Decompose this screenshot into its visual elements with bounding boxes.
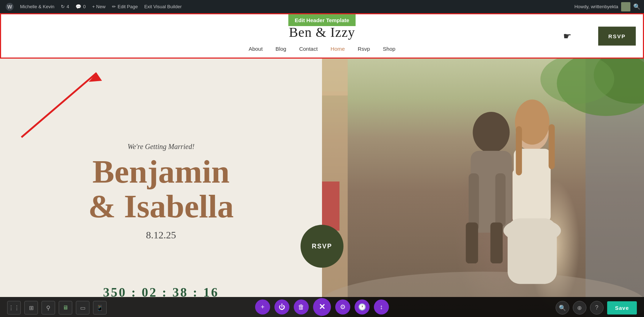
nav-about[interactable]: About (249, 46, 263, 52)
search-right-button[interactable]: 🔍 (556, 301, 569, 314)
site-title: Ben & Izzy (8, 24, 636, 40)
svg-rect-15 (513, 169, 522, 222)
add-module-button[interactable]: + (255, 299, 270, 314)
hero-subtitle: We're Getting Married! (127, 143, 194, 151)
refresh-icon: ↻ (61, 4, 65, 9)
tablet-view-button[interactable]: ▭ (76, 301, 89, 314)
right-toolbar: 🔍 ⊕ ? Save (556, 301, 637, 314)
hero-date: 8.12.25 (146, 229, 176, 241)
grid-layout-button[interactable]: ⊞ (24, 301, 38, 314)
mobile-view-button[interactable]: 📱 (93, 301, 107, 314)
hero-right (322, 59, 644, 317)
hero-names-line1: Benjamin (92, 153, 229, 190)
new-btn[interactable]: + New (90, 0, 108, 13)
bottom-toolbar: ⋮⋮ ⊞ ⚲ 🖥 ▭ 📱 + ⏻ 🗑 ✕ ⚙ 🕐 ↕ 🔍 ⊕ ? Save (0, 297, 644, 317)
svg-rect-16 (535, 171, 543, 221)
hero-names-line2: & Isabella (88, 188, 234, 224)
svg-rect-10 (495, 173, 506, 227)
edit-header-template-button[interactable]: Edit Header Template (288, 14, 356, 26)
arrow-container (0, 59, 122, 144)
rsvp-header-button[interactable]: RSVP (598, 26, 636, 45)
svg-rect-4 (322, 182, 340, 231)
close-button[interactable]: ✕ (313, 298, 331, 316)
avatar (621, 2, 630, 11)
svg-rect-12 (491, 222, 503, 263)
history-button[interactable]: 🕐 (355, 299, 370, 314)
svg-point-7 (473, 112, 509, 153)
admin-bar-right: Howdy, writtenbyekta 🔍 (574, 2, 640, 11)
save-button[interactable]: Save (607, 301, 637, 314)
pencil-icon: ✏ (112, 4, 116, 9)
edit-page-btn[interactable]: ✏ Edit Page (110, 0, 140, 13)
comment-icon: 💬 (75, 4, 81, 9)
nav-shop[interactable]: Shop (383, 46, 395, 52)
settings-button[interactable]: ⚙ (335, 299, 350, 314)
svg-rect-21 (548, 124, 555, 169)
svg-rect-9 (469, 173, 479, 231)
admin-search-icon[interactable]: 🔍 (633, 3, 640, 10)
svg-rect-18 (508, 218, 557, 284)
updates-count: 4 (67, 4, 69, 9)
nav-contact[interactable]: Contact (299, 46, 318, 52)
left-toolbar: ⋮⋮ ⊞ ⚲ 🖥 ▭ 📱 (7, 301, 107, 314)
admin-bar: W Michelle & Kevin ↻ 4 💬 0 + New ✏ Edit … (0, 0, 644, 13)
power-button[interactable]: ⏻ (274, 299, 289, 314)
edit-page-label: Edit Page (118, 4, 138, 9)
help-button[interactable]: ? (590, 301, 604, 314)
site-name: Michelle & Kevin (20, 4, 54, 9)
cursor-icon: ☛ (563, 30, 571, 41)
svg-marker-1 (89, 73, 102, 82)
desktop-view-button[interactable]: 🖥 (59, 301, 72, 314)
page-content: Edit Header Template Ben & Izzy About Bl… (0, 13, 644, 317)
nav-blog[interactable]: Blog (275, 46, 286, 52)
svg-rect-11 (466, 222, 478, 263)
svg-rect-3 (322, 59, 348, 95)
search-toolbar-button[interactable]: ⚲ (42, 301, 55, 314)
delete-button[interactable]: 🗑 (294, 299, 309, 314)
couple-silhouette (322, 59, 644, 317)
menu-dots-button[interactable]: ⋮⋮ (7, 301, 21, 314)
site-navigation: About Blog Contact Home Rsvp Shop (1, 42, 643, 58)
hero-section: We're Getting Married! Benjamin & Isabel… (0, 59, 644, 317)
site-name-btn[interactable]: Michelle & Kevin (18, 0, 57, 13)
exit-builder-btn[interactable]: Exit Visual Builder (142, 0, 184, 13)
wp-logo-btn[interactable]: W (4, 0, 16, 13)
nav-home[interactable]: Home (331, 46, 345, 52)
comments-count: 0 (83, 4, 86, 9)
hero-left: We're Getting Married! Benjamin & Isabel… (0, 59, 322, 317)
svg-rect-20 (516, 126, 522, 175)
updates-btn[interactable]: ↻ 4 (59, 0, 71, 13)
hero-names: Benjamin & Isabella (88, 154, 234, 223)
svg-line-0 (21, 73, 97, 137)
nav-rsvp[interactable]: Rsvp (358, 46, 370, 52)
move-button[interactable]: ↕ (374, 299, 389, 314)
rsvp-circle-button[interactable]: RSVP (301, 225, 343, 268)
howdy-text: Howdy, writtenbyekta (574, 4, 618, 9)
exit-builder-label: Exit Visual Builder (144, 4, 182, 9)
site-header: Edit Header Template Ben & Izzy About Bl… (0, 13, 644, 59)
new-label: + New (92, 4, 106, 9)
layers-button[interactable]: ⊕ (573, 301, 586, 314)
comments-btn[interactable]: 💬 0 (73, 0, 88, 13)
wp-logo: W (6, 3, 14, 11)
